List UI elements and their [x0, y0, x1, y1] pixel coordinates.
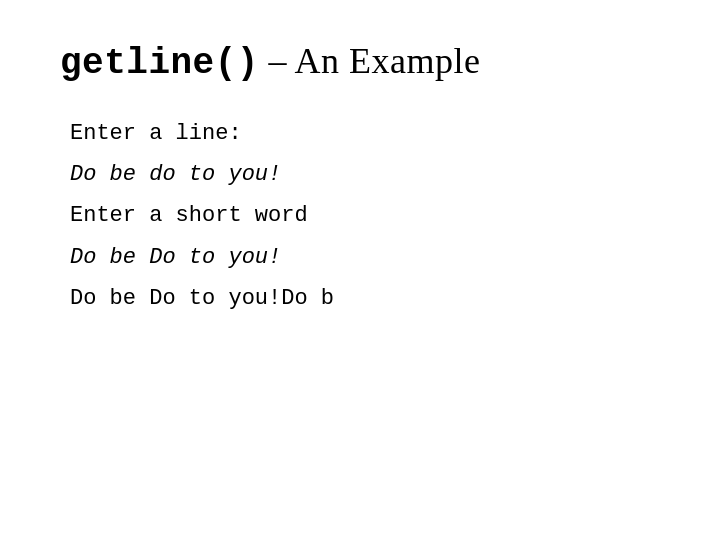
- line-4: Do be Do to you!: [70, 240, 660, 275]
- line-1: Enter a line:: [70, 116, 660, 151]
- slide-container: getline() – An Example Enter a line: Do …: [0, 0, 720, 540]
- slide-title: getline() – An Example: [60, 40, 660, 84]
- content-area: Enter a line: Do be do to you! Enter a s…: [60, 116, 660, 316]
- title-code: getline(): [60, 43, 259, 84]
- line-3: Enter a short word: [70, 198, 660, 233]
- line-2: Do be do to you!: [70, 157, 660, 192]
- title-text: – An Example: [259, 41, 480, 81]
- line-5: Do be Do to you!Do b: [70, 281, 660, 316]
